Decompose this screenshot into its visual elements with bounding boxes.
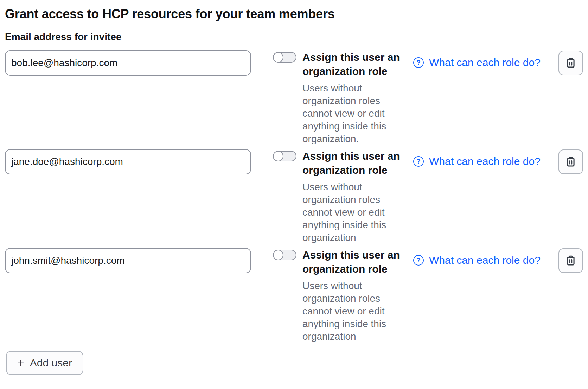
- toggle-knob: [273, 52, 283, 63]
- trash-icon: [565, 156, 577, 168]
- delete-invitee-button[interactable]: [558, 149, 583, 174]
- question-circle-icon: ?: [413, 57, 424, 68]
- invitee-row: Assign this user an organization role Us…: [5, 248, 583, 343]
- plus-icon: +: [17, 357, 24, 369]
- assign-role-column: Assign this user an organization role Us…: [302, 149, 403, 244]
- trash-icon: [565, 57, 577, 69]
- email-input[interactable]: [5, 248, 251, 273]
- assign-role-label: Assign this user an organization role: [302, 248, 403, 276]
- page-title: Grant access to HCP resources for your t…: [5, 6, 583, 22]
- role-info-link-label: What can each role do?: [429, 56, 541, 69]
- role-info-link[interactable]: ? What can each role do?: [413, 155, 541, 168]
- add-user-button[interactable]: + Add user: [6, 351, 83, 375]
- question-circle-icon: ?: [413, 255, 424, 266]
- role-helper-text: Users without organization roles cannot …: [302, 82, 403, 145]
- assign-role-column: Assign this user an organization role Us…: [302, 248, 403, 343]
- role-info-link[interactable]: ? What can each role do?: [413, 254, 541, 267]
- delete-invitee-button[interactable]: [558, 248, 583, 273]
- role-info-link-label: What can each role do?: [429, 155, 541, 168]
- delete-invitee-button[interactable]: [558, 51, 583, 75]
- org-role-toggle[interactable]: [273, 52, 296, 63]
- assign-role-column: Assign this user an organization role Us…: [302, 50, 403, 145]
- org-role-toggle[interactable]: [273, 151, 296, 161]
- role-link-column: ? What can each role do?: [413, 56, 558, 69]
- role-info-link[interactable]: ? What can each role do?: [413, 56, 541, 69]
- toggle-knob: [273, 151, 283, 161]
- role-link-column: ? What can each role do?: [413, 254, 558, 267]
- role-helper-text: Users without organization roles cannot …: [302, 280, 403, 343]
- add-user-label: Add user: [30, 357, 72, 369]
- org-role-toggle[interactable]: [273, 250, 296, 260]
- invitee-rows: Assign this user an organization role Us…: [5, 50, 583, 343]
- invitee-row: Assign this user an organization role Us…: [5, 50, 583, 145]
- invitee-row: Assign this user an organization role Us…: [5, 149, 583, 244]
- email-field-label: Email address for invitee: [5, 31, 583, 43]
- trash-icon: [565, 255, 577, 267]
- email-input[interactable]: [5, 50, 251, 76]
- assign-role-label: Assign this user an organization role: [302, 149, 403, 177]
- role-info-link-label: What can each role do?: [429, 254, 541, 267]
- email-input[interactable]: [5, 149, 251, 174]
- assign-role-label: Assign this user an organization role: [302, 50, 403, 78]
- role-helper-text: Users without organization roles cannot …: [302, 181, 403, 244]
- question-circle-icon: ?: [413, 156, 424, 167]
- toggle-knob: [273, 250, 283, 260]
- role-link-column: ? What can each role do?: [413, 155, 558, 168]
